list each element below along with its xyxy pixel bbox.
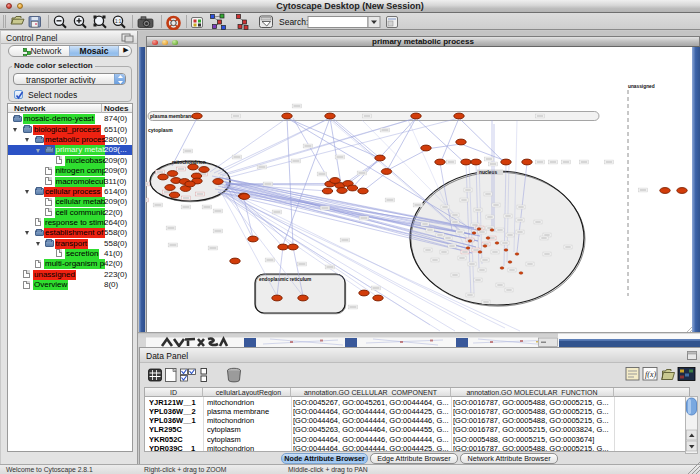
svg-text:Search:: Search: [279,17,308,27]
svg-text:1:1: 1:1 [115,19,122,24]
svg-text:nucleus: nucleus [479,170,497,175]
svg-text:unassigned: unassigned [628,84,655,89]
svg-text:f(x): f(x) [645,370,656,379]
svg-text:cytoplasm: cytoplasm [148,127,173,133]
svg-text:mitochondrion: mitochondrion [172,160,206,165]
svg-text:plasma membrane: plasma membrane [150,113,194,119]
